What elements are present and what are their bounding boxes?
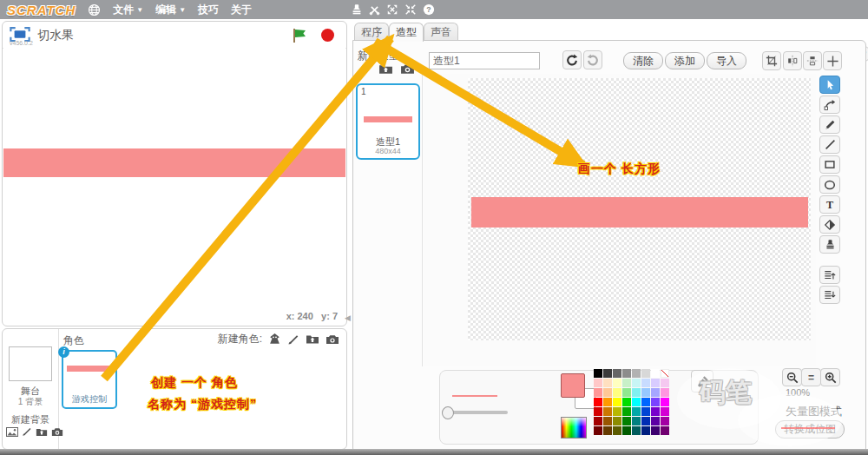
color-swatch[interactable]: [632, 369, 641, 378]
color-swatch[interactable]: [641, 369, 650, 378]
upload-icon[interactable]: [378, 63, 393, 75]
ellipse-tool[interactable]: [819, 175, 840, 194]
color-swatch[interactable]: [661, 398, 669, 406]
color-swatch[interactable]: [613, 388, 621, 397]
stamp-icon[interactable]: [351, 3, 363, 16]
select-tool[interactable]: [819, 76, 840, 94]
stamp-icon[interactable]: [819, 235, 840, 254]
undo-button[interactable]: [562, 50, 582, 69]
scratch-logo[interactable]: SCRATCH: [7, 3, 76, 17]
set-center-icon[interactable]: [823, 51, 842, 70]
stage-thumbnail[interactable]: [9, 346, 52, 381]
layer-forward-icon[interactable]: [819, 266, 840, 284]
menu-edit[interactable]: 编辑▼: [155, 3, 186, 17]
color-swatch[interactable]: [622, 379, 631, 387]
language-globe-icon[interactable]: [88, 3, 101, 16]
color-swatch[interactable]: [632, 426, 641, 435]
color-swatch[interactable]: [594, 426, 602, 435]
color-swatch[interactable]: [603, 407, 612, 416]
color-swatch[interactable]: [594, 369, 602, 378]
costume-list-item[interactable]: 1 造型1 480x44: [356, 83, 420, 160]
color-swatch[interactable]: [594, 417, 602, 425]
color-swatch[interactable]: [632, 388, 641, 397]
paintbrush-icon[interactable]: [359, 63, 372, 75]
color-swatch[interactable]: [613, 369, 621, 378]
green-flag-button[interactable]: [291, 27, 308, 44]
color-swatch[interactable]: [632, 407, 641, 416]
camera-icon[interactable]: [326, 334, 339, 345]
color-swatch[interactable]: [622, 407, 631, 416]
layer-backward-icon[interactable]: [819, 286, 840, 304]
color-swatch[interactable]: [641, 388, 650, 397]
zoom-out-icon[interactable]: [782, 368, 802, 386]
color-swatch[interactable]: [622, 426, 631, 435]
camera-icon[interactable]: [400, 63, 415, 75]
menu-file[interactable]: 文件▼: [113, 3, 143, 17]
color-swatch[interactable]: [622, 398, 631, 406]
sprite-info-icon[interactable]: i: [58, 346, 69, 358]
menu-tips[interactable]: 技巧: [198, 3, 219, 17]
color-swatch[interactable]: [641, 379, 650, 387]
color-swatch[interactable]: [661, 388, 669, 397]
tab-costumes[interactable]: 造型: [389, 23, 424, 42]
color-swatch[interactable]: [603, 369, 612, 378]
paintbrush-icon[interactable]: [22, 426, 32, 437]
shrink-icon[interactable]: [404, 3, 417, 16]
color-swatch[interactable]: [632, 417, 641, 425]
color-swatch[interactable]: [603, 379, 612, 387]
import-button[interactable]: 导入: [707, 52, 746, 69]
color-swatch[interactable]: [613, 379, 621, 387]
stage-canvas[interactable]: [3, 48, 345, 312]
color-swatch[interactable]: [594, 407, 602, 416]
clear-button[interactable]: 清除: [623, 52, 663, 69]
color-palette[interactable]: [594, 369, 669, 436]
collapse-arrow-icon[interactable]: ◀: [345, 313, 351, 322]
color-swatch[interactable]: [622, 417, 631, 425]
sprite-library-icon[interactable]: [268, 333, 281, 346]
upload-icon[interactable]: [306, 333, 319, 345]
grow-icon[interactable]: [386, 3, 398, 16]
pencil-tool[interactable]: [819, 115, 840, 134]
paintbrush-icon[interactable]: [287, 333, 299, 346]
color-swatch[interactable]: [603, 388, 612, 397]
color-swatch[interactable]: [594, 379, 602, 387]
text-tool[interactable]: T: [819, 195, 840, 214]
color-swatch[interactable]: [641, 426, 650, 435]
color-swatch[interactable]: [651, 417, 660, 425]
color-swatch[interactable]: [661, 407, 669, 416]
color-swatch[interactable]: [632, 398, 641, 406]
zoom-in-icon[interactable]: [820, 368, 840, 386]
sprite-card-game-control[interactable]: i 游戏控制: [62, 350, 117, 409]
color-swatch[interactable]: [651, 426, 660, 435]
slider-handle[interactable]: [442, 406, 454, 419]
picture-icon[interactable]: [6, 427, 18, 437]
crop-icon[interactable]: [762, 51, 781, 70]
color-swatch[interactable]: [613, 398, 621, 406]
color-swatch[interactable]: [594, 398, 602, 406]
color-swatch[interactable]: [603, 417, 612, 425]
color-swatch[interactable]: [622, 388, 631, 397]
reshape-tool[interactable]: [819, 96, 840, 114]
color-swatch[interactable]: [651, 388, 660, 397]
costume-name-input[interactable]: [429, 52, 540, 69]
color-swatch[interactable]: [661, 379, 669, 387]
gradient-picker[interactable]: [561, 417, 587, 439]
flip-vertical-icon[interactable]: [803, 51, 822, 70]
camera-icon[interactable]: [51, 427, 63, 437]
stop-button[interactable]: [321, 29, 334, 42]
convert-to-bitmap-button[interactable]: 转换成位图: [775, 420, 845, 439]
fill-color-swatch[interactable]: [561, 373, 585, 398]
line-tool[interactable]: [819, 135, 840, 154]
rectangle-tool[interactable]: [819, 155, 840, 174]
color-swatch[interactable]: [651, 398, 660, 406]
tab-scripts[interactable]: 程序: [354, 23, 389, 41]
color-swatch[interactable]: [603, 398, 612, 406]
help-icon[interactable]: ?: [423, 3, 435, 16]
color-swatch[interactable]: [661, 417, 669, 425]
color-swatch[interactable]: [613, 407, 621, 416]
color-swatch[interactable]: [651, 379, 660, 387]
color-swatch[interactable]: [641, 417, 650, 425]
color-swatch[interactable]: [632, 379, 641, 387]
paint-canvas[interactable]: [424, 74, 816, 366]
color-swatch[interactable]: [613, 417, 621, 425]
